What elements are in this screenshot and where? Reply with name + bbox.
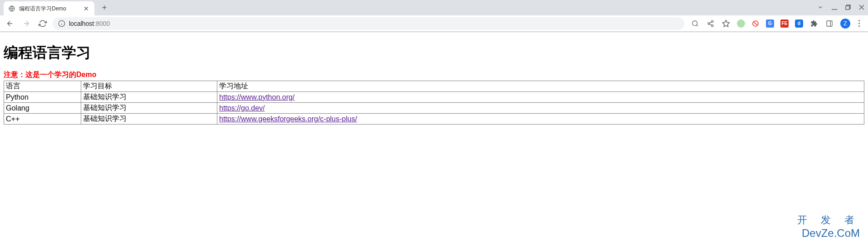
extension-icon-4[interactable]: FE: [780, 19, 789, 28]
svg-rect-15: [827, 21, 832, 26]
window-controls: [817, 4, 868, 12]
extensions-icon[interactable]: [809, 19, 819, 28]
maximize-icon[interactable]: [845, 4, 851, 11]
svg-line-14: [754, 22, 757, 25]
extension-icon-2[interactable]: [751, 19, 760, 28]
lang-cell: Golang: [4, 103, 81, 114]
tab-bar: 编程语言学习Demo ✕ +: [0, 0, 868, 15]
globe-icon: [8, 5, 15, 12]
table-header-row: 语言学习目标学习地址: [4, 81, 864, 92]
address-bar[interactable]: localhost:8000: [53, 17, 684, 30]
extension-icon-3[interactable]: G: [766, 19, 774, 28]
table-row: Golang基础知识学习https://go.dev/: [4, 103, 864, 114]
learning-link[interactable]: https://www.python.org/: [219, 93, 294, 101]
profile-avatar[interactable]: Z: [840, 19, 850, 29]
svg-point-6: [692, 21, 697, 26]
browser-tab[interactable]: 编程语言学习Demo ✕: [4, 1, 94, 16]
share-icon[interactable]: [706, 19, 715, 28]
watermark-line1: 开 发 者: [797, 213, 860, 227]
url-cell: https://www.python.org/: [217, 92, 864, 103]
close-tab-icon[interactable]: ✕: [83, 5, 90, 12]
table-row: Python基础知识学习https://www.python.org/: [4, 92, 864, 103]
bookmark-icon[interactable]: [721, 19, 731, 28]
svg-line-11: [710, 22, 712, 23]
url-cell: https://go.dev/: [217, 103, 864, 114]
goal-cell: 基础知识学习: [81, 103, 217, 114]
minimize-icon[interactable]: [832, 4, 837, 11]
page-heading: 编程语言学习: [4, 43, 864, 63]
table-row: C++基础知识学习https://www.geeksforgeeks.org/c…: [4, 114, 864, 125]
svg-point-9: [711, 24, 713, 26]
lang-cell: Python: [4, 92, 81, 103]
chevron-down-icon[interactable]: [817, 4, 824, 12]
svg-marker-12: [723, 20, 730, 26]
extension-icon-1[interactable]: [737, 19, 745, 28]
table-header-cell: 语言: [4, 81, 81, 92]
watermark: 开 发 者 DevZe.CoM: [797, 213, 860, 240]
languages-table: 语言学习目标学习地址Python基础知识学习https://www.python…: [4, 81, 864, 125]
goal-cell: 基础知识学习: [81, 114, 217, 125]
svg-point-8: [708, 23, 710, 24]
toolbar-right: G FE d Z: [688, 18, 864, 29]
learning-link[interactable]: https://go.dev/: [219, 104, 265, 112]
warning-text: 注意：这是一个学习的Demo: [4, 70, 864, 80]
reload-button[interactable]: [36, 17, 49, 30]
extension-icon-5[interactable]: d: [795, 19, 803, 28]
browser-chrome: 编程语言学习Demo ✕ +: [0, 0, 868, 32]
page-content: 编程语言学习 注意：这是一个学习的Demo 语言学习目标学习地址Python基础…: [0, 32, 868, 128]
side-panel-icon[interactable]: [825, 19, 834, 28]
table-header-cell: 学习目标: [81, 81, 217, 92]
svg-rect-2: [846, 6, 849, 10]
close-window-icon[interactable]: [859, 4, 864, 11]
goal-cell: 基础知识学习: [81, 92, 217, 103]
watermark-line2: DevZe.CoM: [797, 227, 860, 240]
new-tab-button[interactable]: +: [98, 1, 111, 14]
url-cell: https://www.geeksforgeeks.org/c-plus-plu…: [217, 114, 864, 125]
back-button[interactable]: [4, 17, 16, 30]
svg-line-10: [710, 24, 712, 25]
svg-point-7: [711, 20, 713, 22]
tab-title: 编程语言学习Demo: [19, 5, 83, 13]
menu-icon[interactable]: [857, 18, 862, 29]
info-icon[interactable]: [58, 20, 65, 27]
browser-toolbar: localhost:8000 G FE d: [0, 15, 868, 32]
learning-link[interactable]: https://www.geeksforgeeks.org/c-plus-plu…: [219, 115, 357, 123]
table-header-cell: 学习地址: [217, 81, 864, 92]
svg-rect-1: [832, 9, 837, 10]
search-icon[interactable]: [691, 19, 700, 28]
forward-button[interactable]: [20, 17, 33, 30]
url-text: localhost:8000: [69, 20, 110, 27]
lang-cell: C++: [4, 114, 81, 125]
